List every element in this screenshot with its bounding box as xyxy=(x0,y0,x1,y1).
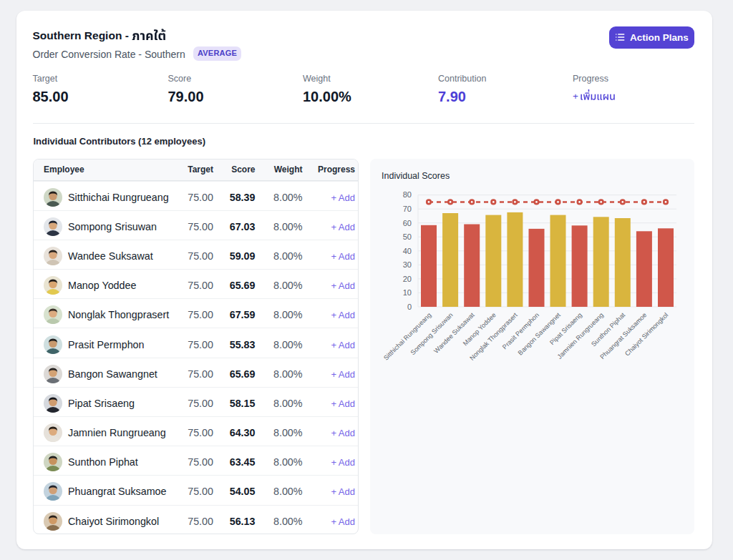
svg-text:80: 80 xyxy=(403,190,412,199)
svg-text:20: 20 xyxy=(403,275,412,283)
svg-text:Chaiyot Sirimongkol: Chaiyot Sirimongkol xyxy=(623,311,669,357)
svg-text:10: 10 xyxy=(403,288,412,297)
svg-text:50: 50 xyxy=(403,232,412,241)
svg-text:40: 40 xyxy=(403,247,412,255)
svg-text:Wandee Suksawat: Wandee Suksawat xyxy=(432,311,476,355)
svg-text:60: 60 xyxy=(403,219,412,227)
svg-text:30: 30 xyxy=(403,260,412,269)
svg-text:0: 0 xyxy=(407,303,412,311)
svg-text:Individual Scores: Individual Scores xyxy=(382,171,450,181)
svg-text:70: 70 xyxy=(403,205,412,213)
